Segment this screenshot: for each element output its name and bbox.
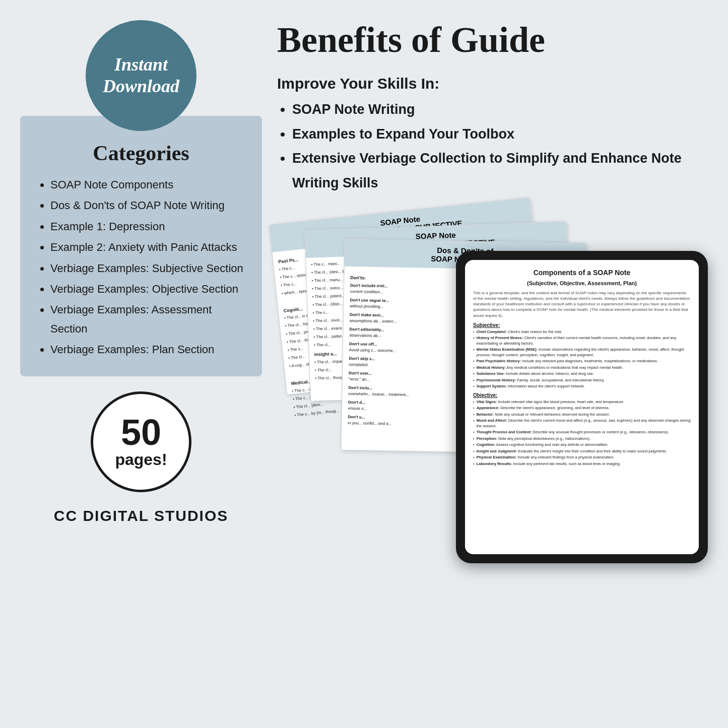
instant-download-badge: InstantDownload — [86, 20, 196, 131]
tablet-objective-title: Objective: — [473, 392, 691, 398]
pages-label: pages! — [115, 450, 167, 469]
tablet-doc-title: Components of a SOAP Note — [473, 268, 691, 277]
tablet-bullet: •Mood and Affect: Describe the client's … — [473, 418, 691, 429]
categories-box: Categories SOAP Note Components Dos & Do… — [20, 116, 262, 376]
tablet-bullet: •Support System: Information about the c… — [473, 384, 691, 389]
tablet-bullet: •Mental Status Examination (MSE): Includ… — [473, 347, 691, 358]
tablet-bullet: •Vital Signs: Include relevant vital sig… — [473, 400, 691, 405]
list-item: Example 2: Anxiety with Panic Attacks — [50, 238, 247, 256]
list-item: Verbiage Examples: Assessment Section — [50, 300, 247, 338]
benefits-title: Benefits of Guide — [277, 20, 708, 60]
tablet-outer: Components of a SOAP Note (Subjective, O… — [456, 251, 708, 563]
tablet-bullet: •Psychosocial History: Family, social, o… — [473, 378, 691, 383]
tablet-subjective-title: Subjective: — [473, 322, 691, 328]
list-item: SOAP Note Components — [50, 175, 247, 194]
pages-badge: 50 pages! — [91, 391, 191, 492]
document-stack: SOAP Note Verbiage Examples: SUBJECTIVE … — [277, 211, 708, 563]
list-item: Verbiage Examples: Subjective Section — [50, 259, 247, 278]
categories-list: SOAP Note Components Dos & Don'ts of SOA… — [35, 175, 247, 359]
tablet: Components of a SOAP Note (Subjective, O… — [456, 251, 708, 563]
improve-item: Examples to Expand Your Toolbox — [292, 122, 708, 147]
instant-download-text: InstantDownload — [103, 54, 179, 97]
tablet-bullet: •Laboratory Results: Include any pertine… — [473, 461, 691, 467]
improve-heading: Improve Your Skills In: — [277, 75, 708, 92]
tablet-bullet: •Past Psychiatric History: Include any r… — [473, 359, 691, 364]
tablet-bullet: •Perception: Note any perceptual disturb… — [473, 436, 691, 442]
improve-section: Improve Your Skills In: SOAP Note Writin… — [277, 75, 708, 195]
tablet-bullet: •Physical Examination: Include any relev… — [473, 455, 691, 460]
tablet-bullet: •Medical History: Any medical conditions… — [473, 365, 691, 371]
tablet-bullet: •Chief Complaint: Client's main reason f… — [473, 329, 691, 335]
tablet-bullet: •Insight and Judgment: Evaluate the clie… — [473, 449, 691, 454]
list-item: Verbiage Examples: Objective Section — [50, 280, 247, 298]
improve-item: Extensive Verbiage Collection to Simplif… — [292, 146, 708, 195]
tablet-bullet: •Substance Use: Include details about al… — [473, 371, 691, 377]
tablet-bullet: •History of Present Illness: Client's na… — [473, 336, 691, 346]
categories-title: Categories — [35, 141, 247, 165]
pages-number: 50 — [121, 414, 161, 450]
list-item: Verbiage Examples: Plan Section — [50, 340, 247, 359]
list-item: Example 1: Depression — [50, 217, 247, 236]
tablet-doc-note: This is a general template, and the cont… — [473, 290, 691, 318]
tablet-bullet: •Behavior: Note any unusual or relevant … — [473, 412, 691, 418]
left-panel: InstantDownload Categories SOAP Note Com… — [20, 20, 262, 708]
tablet-doc-subtitle: (Subjective, Objective, Assessment, Plan… — [473, 280, 691, 286]
tablet-bullet: •Cognition: Assess cognitive functioning… — [473, 442, 691, 448]
brand-name: CC DIGITAL STUDIOS — [54, 507, 229, 524]
right-panel: Benefits of Guide Improve Your Skills In… — [277, 20, 708, 708]
page: InstantDownload Categories SOAP Note Com… — [0, 0, 728, 728]
list-item: Dos & Don'ts of SOAP Note Writing — [50, 196, 247, 215]
tablet-bullet: •Appearance: Describe the client's appea… — [473, 406, 691, 411]
improve-item: SOAP Note Writing — [292, 97, 708, 122]
tablet-bullet: •Thought Process and Content: Describe a… — [473, 430, 691, 435]
tablet-screen: Components of a SOAP Note (Subjective, O… — [465, 260, 699, 554]
improve-list: SOAP Note Writing Examples to Expand You… — [277, 97, 708, 195]
